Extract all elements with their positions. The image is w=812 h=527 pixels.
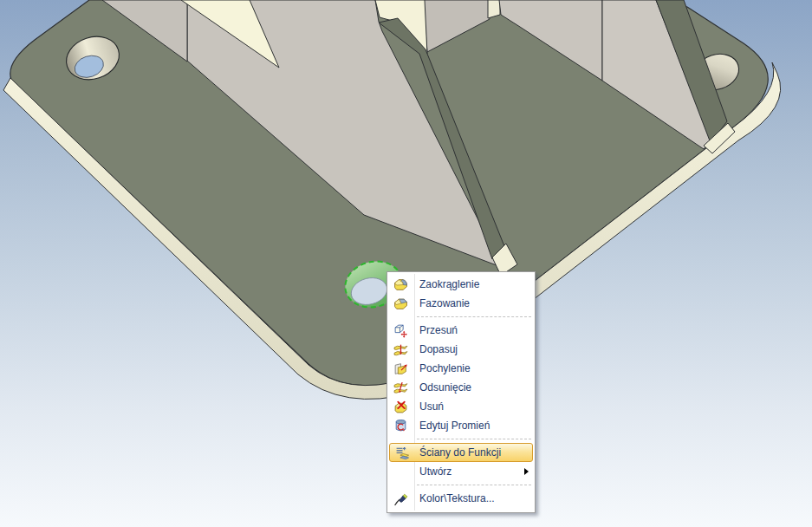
chamfer-icon — [387, 296, 414, 311]
menu-item-label: Dopasuj — [414, 343, 458, 355]
menu-separator — [417, 485, 531, 485]
cad-viewport[interactable]: Zaokrąglenie Fazowanie Przesuń Dopasuj — [0, 0, 812, 527]
menu-item-dopasuj[interactable]: Dopasuj — [387, 340, 535, 359]
menu-item-sciany-do-funkcji[interactable]: Ściany do Funkcji — [389, 443, 533, 462]
menu-item-fazowanie[interactable]: Fazowanie — [387, 294, 535, 313]
menu-item-kolor-tekstura[interactable]: Kolor\Tekstura... — [387, 489, 535, 508]
menu-item-odsuniecie[interactable]: Odsunięcie — [387, 378, 535, 397]
submenu-arrow-icon — [524, 468, 529, 475]
menu-item-label: Przesuń — [414, 324, 458, 336]
menu-item-label: Utwórz — [414, 465, 451, 478]
menu-item-label: Edytuj Promień — [414, 420, 490, 432]
menu-item-edytuj-promien[interactable]: Edytuj Promień — [387, 416, 535, 435]
faces-to-feature-icon — [390, 446, 414, 460]
menu-separator — [417, 439, 531, 439]
fillet-icon — [387, 277, 414, 292]
menu-item-pochylenie[interactable]: Pochylenie — [387, 359, 535, 378]
menu-separator — [417, 316, 531, 317]
wall-corner-strip[interactable] — [488, 0, 500, 18]
menu-item-label: Zaokrąglenie — [414, 278, 479, 290]
edit-radius-icon — [387, 419, 414, 433]
draft-icon — [387, 361, 414, 376]
move-icon — [387, 323, 414, 338]
menu-item-label: Fazowanie — [414, 297, 470, 309]
menu-item-label: Pochylenie — [414, 362, 471, 374]
match-icon — [387, 342, 414, 357]
menu-item-label: Usuń — [414, 400, 444, 413]
menu-item-label: Kolor\Tekstura... — [414, 492, 495, 504]
context-menu[interactable]: Zaokrąglenie Fazowanie Przesuń Dopasuj — [387, 271, 536, 513]
menu-item-label: Odsunięcie — [414, 381, 471, 394]
color-texture-icon — [387, 491, 414, 506]
menu-item-usun[interactable]: Usuń — [387, 397, 535, 416]
menu-item-utworz[interactable]: Utwórz — [387, 462, 535, 481]
menu-item-zaokraglenie[interactable]: Zaokrąglenie — [387, 275, 535, 294]
menu-item-przesun[interactable]: Przesuń — [387, 321, 535, 340]
delete-icon — [387, 400, 414, 414]
menu-item-label: Ściany do Funkcji — [414, 446, 501, 459]
offset-icon — [387, 381, 414, 395]
